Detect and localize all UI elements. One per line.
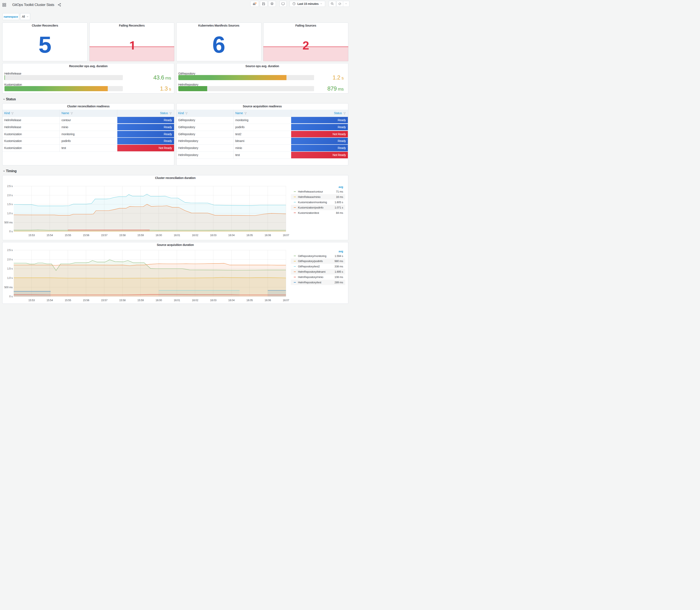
svg-text:16:02: 16:02	[192, 234, 198, 237]
svg-text:16:04: 16:04	[228, 234, 234, 237]
svg-text:2.0 s: 2.0 s	[7, 194, 13, 197]
svg-text:15:56: 15:56	[83, 234, 89, 237]
svg-text:Kustomization/podinfo: Kustomization/podinfo	[298, 206, 323, 209]
svg-text:avg: avg	[339, 185, 343, 188]
svg-text:15:58: 15:58	[119, 299, 126, 302]
svg-text:16:07: 16:07	[283, 299, 289, 302]
svg-text:GitRepository/monitoring: GitRepository/monitoring	[298, 254, 326, 258]
svg-text:500 ms: 500 ms	[4, 221, 13, 224]
svg-text:16:07: 16:07	[283, 234, 289, 237]
svg-text:1.071 s: 1.071 s	[335, 206, 343, 209]
svg-text:1.695 s: 1.695 s	[335, 270, 343, 273]
svg-text:15:53: 15:53	[29, 234, 35, 237]
svg-text:289 ms: 289 ms	[335, 281, 343, 284]
svg-text:0 s: 0 s	[9, 295, 13, 298]
svg-text:16 ms: 16 ms	[336, 195, 343, 198]
svg-text:15:59: 15:59	[137, 299, 144, 302]
svg-text:71 ms: 71 ms	[336, 190, 343, 193]
svg-text:16:06: 16:06	[264, 299, 271, 302]
svg-text:16:03: 16:03	[210, 234, 216, 237]
svg-text:HelmRepository/test: HelmRepository/test	[298, 281, 321, 284]
svg-text:15:53: 15:53	[29, 299, 35, 302]
svg-text:1.5 s: 1.5 s	[7, 267, 13, 270]
svg-text:16:02: 16:02	[192, 299, 198, 302]
svg-text:GitRepository/podinfo: GitRepository/podinfo	[298, 259, 323, 263]
svg-text:16:00: 16:00	[156, 299, 162, 302]
svg-text:15:58: 15:58	[119, 234, 126, 237]
svg-text:15:54: 15:54	[47, 299, 53, 302]
svg-text:16:00: 16:00	[156, 234, 162, 237]
svg-text:1.594 s: 1.594 s	[335, 254, 343, 258]
svg-text:2.0 s: 2.0 s	[7, 258, 13, 261]
svg-text:2.5 s: 2.5 s	[7, 249, 13, 252]
svg-text:15:57: 15:57	[101, 299, 108, 302]
svg-text:GitRepository/test2: GitRepository/test2	[298, 265, 320, 268]
svg-text:HelmRepository/minio: HelmRepository/minio	[298, 275, 323, 279]
svg-text:16:05: 16:05	[246, 234, 253, 237]
svg-text:Kustomization/test: Kustomization/test	[298, 211, 319, 214]
svg-text:15:57: 15:57	[101, 234, 108, 237]
svg-text:108 ms: 108 ms	[335, 275, 343, 279]
svg-text:980 ms: 980 ms	[335, 259, 343, 263]
svg-text:HelmRelease/contour: HelmRelease/contour	[298, 190, 323, 193]
svg-text:16:05: 16:05	[246, 299, 253, 302]
svg-text:16:01: 16:01	[174, 299, 180, 302]
svg-text:16:06: 16:06	[264, 234, 271, 237]
svg-text:16:01: 16:01	[174, 234, 180, 237]
svg-text:16:03: 16:03	[210, 299, 216, 302]
svg-text:2.5 s: 2.5 s	[7, 185, 13, 188]
svg-text:HelmRelease/minio: HelmRelease/minio	[298, 195, 321, 198]
svg-text:avg: avg	[339, 250, 343, 253]
svg-text:1.0 s: 1.0 s	[7, 276, 13, 279]
svg-text:15:55: 15:55	[65, 299, 71, 302]
svg-text:500 ms: 500 ms	[4, 286, 13, 289]
svg-text:84 ms: 84 ms	[336, 211, 343, 214]
svg-text:Cluster reconciliation duratio: Cluster reconciliation duration	[155, 176, 196, 180]
svg-text:0 s: 0 s	[9, 230, 13, 233]
svg-text:Source acquisition duration: Source acquisition duration	[157, 243, 194, 246]
svg-text:338 ms: 338 ms	[335, 265, 343, 268]
svg-text:15:56: 15:56	[83, 299, 89, 302]
svg-text:15:54: 15:54	[47, 234, 53, 237]
svg-text:HelmRepository/bitnami: HelmRepository/bitnami	[298, 270, 326, 273]
svg-text:15:55: 15:55	[65, 234, 71, 237]
svg-text:1.0 s: 1.0 s	[7, 212, 13, 215]
svg-text:16:04: 16:04	[228, 299, 234, 302]
svg-text:Kustomization/monitoring: Kustomization/monitoring	[298, 200, 327, 204]
svg-text:1.5 s: 1.5 s	[7, 203, 13, 206]
svg-text:15:59: 15:59	[137, 234, 144, 237]
svg-text:1.605 s: 1.605 s	[335, 200, 343, 204]
